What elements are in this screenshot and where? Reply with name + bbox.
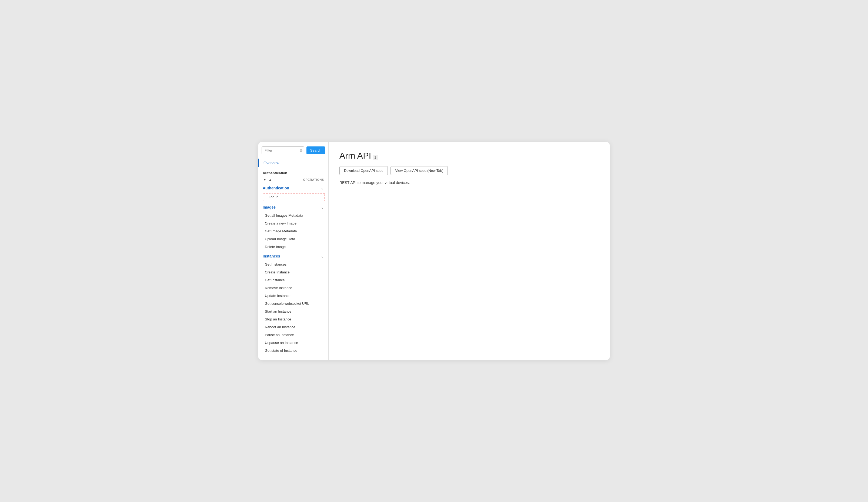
sidebar-item-get-state-instance[interactable]: Get state of Instance: [258, 347, 328, 355]
api-title: Arm API: [339, 151, 371, 161]
sidebar-item-get-instance[interactable]: Get Instance: [258, 276, 328, 284]
search-button[interactable]: Search: [307, 146, 325, 154]
sidebar-search-row: ⊗ Search: [258, 146, 328, 159]
sidebar-item-overview[interactable]: Overview: [258, 159, 328, 167]
chevron-down-icon-images: ⌄: [321, 205, 324, 209]
sidebar-group-authentication-title: Authentication: [263, 186, 289, 190]
operations-label: OPERATIONS: [303, 178, 324, 181]
sidebar-section-authentication-heading: Authentication: [258, 168, 328, 177]
filter-clear-icon[interactable]: ⊗: [299, 148, 303, 153]
sidebar-group-images: Images ⌄ Get all Images Metadata Create …: [258, 203, 328, 251]
sidebar-item-get-instances[interactable]: Get Instances: [258, 260, 328, 268]
api-title-row: Arm API 1: [339, 151, 599, 161]
download-openapi-spec-button[interactable]: Download OpenAPI spec: [339, 166, 388, 175]
sidebar-item-stop-instance[interactable]: Stop an Instance: [258, 315, 328, 323]
sidebar-group-authentication-header[interactable]: Authentication ⌄: [258, 184, 328, 192]
view-openapi-spec-button[interactable]: View OpenAPI spec (New Tab): [391, 166, 448, 175]
expand-all-button[interactable]: ▲: [268, 178, 272, 181]
sidebar-item-get-console-websocket-url[interactable]: Get console websocket URL: [258, 300, 328, 307]
sidebar-group-instances-title: Instances: [263, 254, 280, 258]
main-container: ⊗ Search Overview Authentication ▼ ▲ OPE…: [258, 142, 610, 360]
sidebar-item-login[interactable]: Log In: [263, 193, 325, 201]
api-version-badge: 1: [373, 155, 378, 160]
sidebar-item-get-image-metadata[interactable]: Get Image Metadata: [258, 227, 328, 235]
sidebar-item-pause-instance[interactable]: Pause an Instance: [258, 331, 328, 339]
sidebar-item-create-instance[interactable]: Create Instance: [258, 268, 328, 276]
sidebar: ⊗ Search Overview Authentication ▼ ▲ OPE…: [258, 142, 329, 360]
sidebar-group-instances-header[interactable]: Instances ⌄: [258, 252, 328, 260]
sidebar-item-delete-image[interactable]: Delete Image: [258, 243, 328, 251]
main-content: Arm API 1 Download OpenAPI spec View Ope…: [329, 142, 610, 360]
filter-input[interactable]: [261, 146, 304, 154]
sidebar-group-instances: Instances ⌄ Get Instances Create Instanc…: [258, 252, 328, 355]
sidebar-item-unpause-instance[interactable]: Unpause an Instance: [258, 339, 328, 347]
sidebar-item-start-instance[interactable]: Start an Instance: [258, 307, 328, 315]
sidebar-item-reboot-instance[interactable]: Reboot an Instance: [258, 323, 328, 331]
api-buttons-row: Download OpenAPI spec View OpenAPI spec …: [339, 166, 599, 175]
sidebar-item-create-image[interactable]: Create a new Image: [258, 219, 328, 227]
collapse-all-button[interactable]: ▼: [263, 178, 267, 181]
sidebar-item-get-all-images[interactable]: Get all Images Metadata: [258, 211, 328, 219]
sidebar-item-update-instance[interactable]: Update Instance: [258, 292, 328, 300]
sidebar-group-images-header[interactable]: Images ⌄: [258, 203, 328, 211]
operations-arrows: ▼ ▲: [263, 178, 272, 181]
sidebar-item-upload-image-data[interactable]: Upload Image Data: [258, 235, 328, 243]
chevron-down-icon: ⌄: [321, 186, 324, 190]
sidebar-group-authentication: Authentication ⌄ Log In: [258, 184, 328, 202]
api-description: REST API to manage your virtual devices.: [339, 180, 599, 185]
operations-header: ▼ ▲ OPERATIONS: [258, 177, 328, 182]
sidebar-item-remove-instance[interactable]: Remove Instance: [258, 284, 328, 292]
sidebar-group-images-title: Images: [263, 205, 276, 209]
chevron-down-icon-instances: ⌄: [321, 254, 324, 258]
filter-input-wrapper: ⊗: [261, 146, 304, 154]
